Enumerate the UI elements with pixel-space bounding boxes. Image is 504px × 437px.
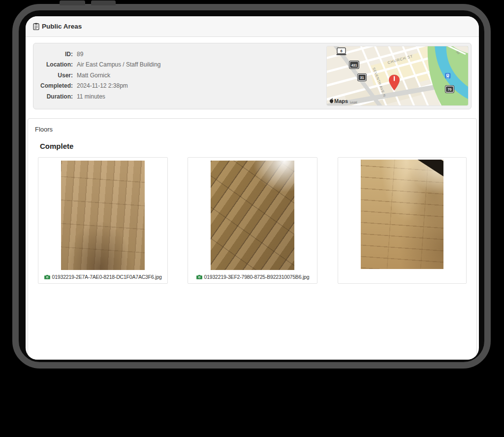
svg-text:31: 31 (360, 76, 364, 79)
route-shield-70: 70 (445, 85, 454, 93)
volume-button (91, 0, 116, 5)
detail-value: 89 (77, 51, 83, 58)
camera-icon (44, 274, 50, 279)
inspection-summary-panel: ID: 89 Location: Air East Campus / Staff… (33, 43, 472, 109)
detail-label: Duration: (33, 93, 73, 100)
app-screen: Public Areas ID: 89 Location: Air East C… (26, 16, 479, 360)
camera-icon (196, 274, 202, 279)
transit-station-icon (445, 73, 451, 79)
map-legal-link[interactable]: Legal (350, 101, 357, 103)
detail-label: ID: (33, 51, 73, 58)
detail-value: Air East Campus / Staff Building (77, 61, 161, 68)
photo-grid: 01932219-2E7A-7AE0-8218-DC1F0A7AC3F6.jpg (28, 157, 476, 284)
photo-caption: 01932219-3EF2-7980-8725-B922310075B6.jpg (188, 270, 317, 283)
tablet-frame: Public Areas ID: 89 Location: Air East C… (12, 4, 491, 369)
route-shield-6: 6 (337, 48, 346, 55)
floors-card: Floors Complete 01932219-2E7A-7AE0- (28, 118, 477, 360)
floor-photo[interactable] (211, 161, 294, 270)
page-title: Public Areas (42, 23, 82, 30)
svg-text:431: 431 (351, 64, 357, 67)
route-shield-431: 431 (349, 61, 359, 69)
detail-label: User: (33, 72, 73, 79)
location-map[interactable]: CHURCH ST SEVENTH AVE N AY 6 431 (327, 46, 468, 105)
status-heading-complete: Complete (40, 142, 476, 150)
section-label-floors: Floors (28, 119, 476, 133)
page-header: Public Areas (26, 16, 479, 37)
floor-photo[interactable] (61, 161, 145, 270)
detail-value: Matt Gornick (77, 72, 110, 79)
svg-text:6: 6 (340, 49, 342, 53)
photo-card[interactable]: 01932219-2E7A-7AE0-8218-DC1F0A7AC3F6.jpg (38, 157, 168, 284)
photo-card[interactable] (338, 157, 467, 284)
detail-label: Completed: (33, 82, 73, 89)
floor-photo[interactable] (361, 160, 443, 269)
detail-value: 2024-11-12 2:38pm (77, 82, 128, 89)
photo-filename: 01932219-2E7A-7AE0-8218-DC1F0A7AC3F6.jpg (52, 274, 162, 280)
photo-caption: 01932219-2E7A-7AE0-8218-DC1F0A7AC3F6.jpg (38, 270, 167, 283)
route-shield-31: 31 (357, 73, 367, 81)
svg-text:Maps: Maps (334, 98, 348, 104)
clipboard-icon (33, 23, 39, 30)
photo-card[interactable]: 01932219-3EF2-7980-8725-B922310075B6.jpg (188, 157, 317, 284)
detail-value: 11 minutes (77, 93, 105, 100)
svg-text:70: 70 (448, 88, 452, 91)
volume-button (60, 0, 85, 5)
photo-filename: 01932219-3EF2-7980-8725-B922310075B6.jpg (204, 274, 310, 280)
detail-label: Location: (33, 61, 73, 68)
